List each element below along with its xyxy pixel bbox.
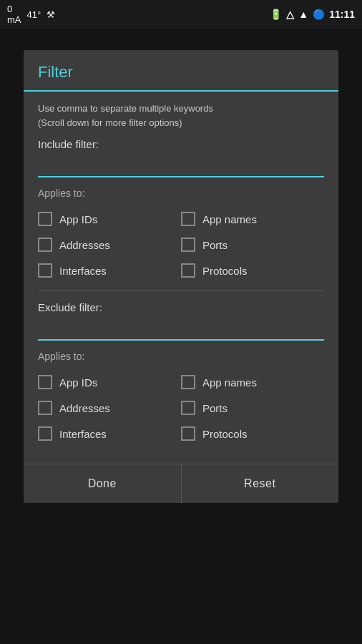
android-icon: ⚒ [47, 9, 55, 20]
exclude-checkbox-row-protocols: Protocols [181, 421, 324, 447]
include-addresses-checkbox[interactable] [38, 238, 52, 252]
exclude-protocols-checkbox[interactable] [181, 426, 195, 441]
exclude-checkboxes-grid: App IDs App names Addresses Ports [38, 369, 324, 447]
include-filter-input[interactable] [38, 156, 324, 177]
status-left: 0mA 41° ⚒ [7, 4, 55, 25]
exclude-section: Exclude filter: Applies to: App IDs App … [38, 301, 324, 447]
exclude-filter-input[interactable] [38, 319, 324, 341]
include-checkbox-row-addresses: Addresses [38, 232, 181, 258]
done-button[interactable]: Done [24, 464, 182, 503]
exclude-ports-checkbox[interactable] [181, 401, 195, 415]
include-protocols-label: Protocols [202, 265, 248, 277]
dialog-overlay: Filter Use comma to separate multiple ke… [0, 29, 362, 644]
reset-button[interactable]: Reset [182, 464, 339, 503]
include-checkbox-row-appids: App IDs [38, 206, 181, 232]
include-appids-checkbox[interactable] [38, 212, 52, 226]
exclude-appids-label: App IDs [59, 376, 97, 389]
include-filter-label: Include filter: [38, 138, 324, 150]
exclude-checkbox-row-appnames: App names [181, 369, 324, 395]
include-ports-label: Ports [202, 239, 228, 251]
exclude-checkbox-row-appids: App IDs [38, 369, 181, 395]
include-ports-checkbox[interactable] [181, 238, 195, 252]
exclude-ports-label: Ports [202, 402, 228, 414]
include-interfaces-checkbox[interactable] [38, 263, 52, 278]
exclude-filter-label: Exclude filter: [38, 301, 324, 313]
exclude-appids-checkbox[interactable] [38, 375, 52, 389]
include-checkbox-row-appnames: App names [181, 206, 324, 232]
temperature: 41° [27, 9, 41, 20]
time: 11:11 [329, 9, 355, 20]
dialog-footer: Done Reset [24, 464, 338, 503]
exclude-checkbox-row-addresses: Addresses [38, 395, 181, 421]
include-appnames-label: App names [202, 213, 257, 225]
include-checkbox-row-interfaces: Interfaces [38, 258, 181, 283]
include-interfaces-label: Interfaces [59, 265, 107, 277]
mA-indicator: 0mA [7, 4, 21, 25]
exclude-addresses-label: Addresses [59, 402, 110, 414]
exclude-checkbox-row-interfaces: Interfaces [38, 421, 181, 447]
battery-icon: 🔋 [270, 9, 282, 20]
dialog-body: Use comma to separate multiple keywords(… [24, 92, 338, 464]
status-right: 🔋 △ ▲ 🔵 11:11 [270, 9, 355, 20]
data-icon: 🔵 [313, 9, 325, 20]
exclude-addresses-checkbox[interactable] [38, 401, 52, 415]
exclude-appnames-checkbox[interactable] [181, 375, 195, 389]
include-checkbox-row-protocols: Protocols [181, 258, 324, 283]
exclude-protocols-label: Protocols [202, 428, 248, 440]
include-applies-label: Applies to: [38, 187, 324, 199]
include-appnames-checkbox[interactable] [181, 212, 195, 226]
exclude-interfaces-label: Interfaces [59, 428, 107, 440]
wifi-icon: △ [286, 9, 294, 20]
include-protocols-checkbox[interactable] [181, 263, 195, 278]
exclude-checkbox-row-ports: Ports [181, 395, 324, 421]
exclude-applies-label: Applies to: [38, 351, 324, 362]
include-appids-label: App IDs [59, 213, 97, 225]
include-addresses-label: Addresses [59, 239, 110, 251]
include-checkboxes-grid: App IDs App names Addresses Ports Interf… [38, 206, 324, 283]
filter-dialog: Filter Use comma to separate multiple ke… [24, 50, 338, 503]
exclude-interfaces-checkbox[interactable] [38, 426, 52, 441]
section-divider [38, 291, 324, 291]
include-checkbox-row-ports: Ports [181, 232, 324, 258]
status-bar: 0mA 41° ⚒ 🔋 △ ▲ 🔵 11:11 [0, 0, 362, 29]
signal-icon: ▲ [298, 9, 308, 20]
exclude-appnames-label: App names [202, 376, 257, 389]
dialog-title: Filter [24, 50, 338, 92]
hint-text: Use comma to separate multiple keywords(… [38, 102, 324, 130]
